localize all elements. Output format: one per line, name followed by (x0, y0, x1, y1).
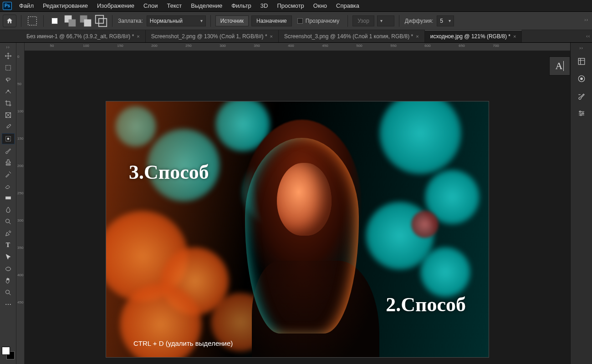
patch-tool-icon[interactable] (26, 15, 39, 27)
marquee-tool[interactable] (2, 62, 15, 73)
menu-file[interactable]: Файл (15, 0, 38, 11)
tab-2[interactable]: Screenshot_3.png @ 146% (Слой 1 копия, R… (279, 30, 425, 43)
menu-filter[interactable]: Фильтр (227, 0, 256, 11)
chevron-down-icon: ▾ (200, 18, 203, 23)
close-icon[interactable]: × (513, 34, 516, 39)
eraser-tool[interactable] (2, 181, 15, 192)
menu-image[interactable]: Изображение (92, 0, 139, 11)
menu-help[interactable]: Справка (332, 0, 364, 11)
svg-point-19 (579, 111, 581, 112)
document-tabstrip: Без имени-1 @ 66,7% (3.9.2_alt, RGB/8#) … (0, 30, 592, 43)
ruler-h-11: 600 (424, 44, 430, 48)
hand-tool[interactable] (2, 275, 15, 286)
tab-label: Screenshot_2.png @ 130% (Слой 1, RGB/8#)… (151, 33, 267, 40)
menu-select[interactable]: Выделение (186, 0, 227, 11)
pen-tool[interactable] (2, 228, 15, 239)
overlay-text-2: 2.Способ (386, 293, 466, 316)
canvas[interactable]: 3.Способ 2.Способ CTRL + D (удалить выде… (25, 51, 570, 364)
menu-3d[interactable]: 3D (256, 0, 273, 11)
panel-expand[interactable]: ›› (579, 46, 583, 51)
color-swatches[interactable] (2, 347, 15, 359)
history-brush-tool[interactable] (2, 169, 15, 180)
path-select-tool[interactable] (2, 252, 15, 263)
foreground-swatch[interactable] (2, 347, 10, 355)
adjustments-panel-icon[interactable] (574, 107, 589, 120)
ruler-h-4: 250 (185, 44, 191, 48)
home-button[interactable] (3, 15, 16, 27)
add-selection-icon[interactable] (64, 15, 77, 27)
intersect-selection-icon[interactable] (95, 15, 107, 27)
close-icon[interactable]: × (137, 34, 139, 39)
overlay-text-1: 3.Способ (129, 161, 209, 184)
patch-label: Заплатка: (117, 18, 144, 24)
shape-tool[interactable] (2, 263, 15, 274)
lasso-tool[interactable] (2, 74, 15, 85)
menu-text[interactable]: Текст (163, 0, 187, 11)
brush-panel-icon[interactable] (574, 90, 589, 102)
menu-edit[interactable]: Редактирование (38, 0, 92, 11)
canvas-area: 50 100 150 200 250 300 350 400 450 500 5… (25, 43, 570, 364)
right-panel-dock: ›› (570, 43, 592, 364)
tab-0[interactable]: Без имени-1 @ 66,7% (3.9.2_alt, RGB/8#) … (21, 30, 146, 43)
close-icon[interactable]: × (416, 34, 418, 39)
menu-window[interactable]: Окно (309, 0, 332, 11)
ruler-h-13: 700 (493, 44, 499, 48)
patch-mode-value: Нормальный (150, 18, 183, 24)
ruler-v-3: 150 (17, 136, 23, 141)
ruler-v-4: 200 (17, 164, 23, 168)
tab-overflow[interactable]: ‹‹ (586, 34, 590, 39)
gradient-tool[interactable] (2, 192, 15, 203)
move-tool[interactable] (2, 51, 15, 61)
patch-tool[interactable] (2, 133, 15, 144)
vertical-ruler[interactable]: 0 50 100 150 200 250 300 350 400 450 (16, 43, 25, 364)
edit-toolbar[interactable]: ⋯ (2, 299, 15, 310)
ruler-h-7: 400 (288, 44, 294, 48)
menu-view[interactable]: Просмотр (272, 0, 308, 11)
type-tool[interactable]: T (2, 240, 15, 251)
ruler-v-8: 400 (17, 273, 23, 277)
svg-rect-16 (578, 58, 585, 65)
source-button[interactable]: Источник (215, 15, 249, 26)
ruler-v-6: 300 (17, 218, 23, 222)
svg-point-21 (580, 114, 582, 116)
new-selection-icon[interactable] (48, 15, 61, 27)
brush-tool[interactable] (2, 145, 15, 156)
subject-figure (225, 120, 379, 356)
close-icon[interactable]: × (270, 34, 273, 39)
pattern-picker[interactable]: ▾ (377, 15, 394, 26)
options-overflow[interactable]: ›› (584, 17, 588, 22)
eyedropper-tool[interactable] (2, 121, 15, 132)
options-bar: Заплатка: Нормальный ▾ Источник Назначен… (0, 12, 592, 30)
tab-label: Screenshot_3.png @ 146% (Слой 1 копия, R… (284, 33, 413, 40)
destination-button[interactable]: Назначение (251, 15, 292, 26)
dodge-tool[interactable] (2, 216, 15, 227)
document[interactable]: 3.Способ 2.Способ CTRL + D (удалить выде… (106, 101, 489, 358)
frame-tool[interactable] (2, 110, 15, 121)
tab-3[interactable]: исходное.jpg @ 121% (RGB/8) *× (425, 30, 522, 43)
subtract-selection-icon[interactable] (79, 15, 92, 27)
stamp-tool[interactable] (2, 157, 15, 168)
tab-1[interactable]: Screenshot_2.png @ 130% (Слой 1, RGB/8#)… (146, 30, 279, 43)
crop-tool[interactable] (2, 98, 15, 109)
ruler-v-1: 50 (17, 82, 21, 86)
horizontal-ruler[interactable]: 50 100 150 200 250 300 350 400 450 500 5… (25, 43, 570, 51)
pattern-button[interactable]: Узор (352, 15, 374, 26)
ruler-h-9: 500 (356, 44, 362, 48)
diffusion-dropdown[interactable]: 5 ▾ (437, 15, 454, 26)
menu-layers[interactable]: Слои (139, 0, 163, 11)
character-panel-icon[interactable] (574, 72, 589, 85)
history-panel-icon[interactable] (574, 55, 589, 68)
transparent-checkbox[interactable]: Прозрачному (295, 18, 343, 24)
blur-tool[interactable] (2, 204, 15, 215)
transparent-label: Прозрачному (305, 18, 340, 24)
ruler-h-8: 450 (322, 44, 328, 48)
app-badge: Ps (3, 2, 12, 10)
toolbox-expand[interactable]: ›› (6, 45, 10, 50)
menu-bar: Ps Файл Редактирование Изображение Слои … (0, 0, 592, 12)
quick-select-tool[interactable] (2, 86, 15, 97)
zoom-tool[interactable] (2, 287, 15, 298)
patch-mode-dropdown[interactable]: Нормальный ▾ (147, 15, 206, 26)
svg-rect-0 (28, 16, 37, 25)
svg-rect-4 (84, 19, 92, 26)
overlay-caption: CTRL + D (удалить выделение) (133, 339, 233, 347)
